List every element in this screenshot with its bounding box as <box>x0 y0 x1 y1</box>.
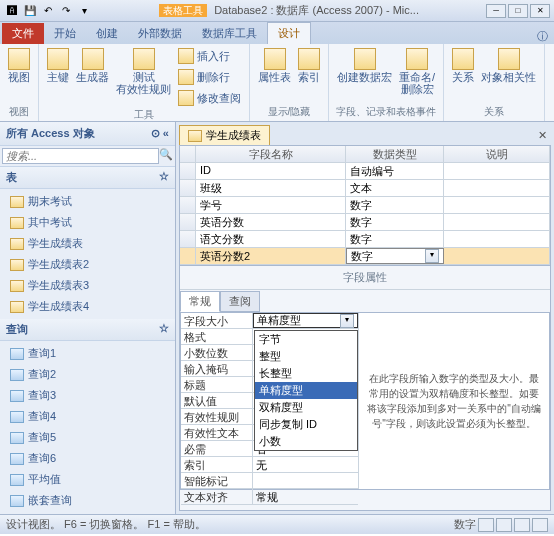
property-value[interactable] <box>253 473 358 488</box>
data-type-cell[interactable]: 数字 <box>346 231 444 247</box>
field-name-cell[interactable]: 班级 <box>196 180 346 196</box>
row-selector[interactable] <box>180 197 196 213</box>
view-btn-2[interactable] <box>496 518 512 532</box>
search-icon[interactable]: 🔍 <box>159 148 173 164</box>
grid-row[interactable]: 班级文本 <box>180 180 550 197</box>
qat-more-icon[interactable]: ▾ <box>76 3 92 19</box>
nav-header[interactable]: 所有 Access 对象⊙ « <box>0 122 175 146</box>
section-tables[interactable]: 表☆ <box>0 167 175 189</box>
nav-query-item[interactable]: 查询5 <box>0 427 175 448</box>
dropdown-option[interactable]: 双精度型 <box>255 399 357 416</box>
nav-query-item[interactable]: 嵌套查询 <box>0 490 175 511</box>
data-type-cell[interactable]: 自动编号 <box>346 163 444 179</box>
close-document-button[interactable]: ✕ <box>538 129 547 142</box>
dropdown-option[interactable]: 单精度型 <box>255 382 357 399</box>
row-selector[interactable] <box>180 231 196 247</box>
col-datatype[interactable]: 数据类型 <box>346 146 444 162</box>
row-selector[interactable] <box>180 214 196 230</box>
data-type-cell[interactable]: 数字▾ <box>346 248 444 264</box>
field-name-cell[interactable]: 英语分数 <box>196 214 346 230</box>
create-macro-button[interactable]: 创建数据宏 <box>335 46 394 85</box>
relationships-button[interactable]: 关系 <box>450 46 476 85</box>
nav-query-item[interactable]: 查询1 <box>0 343 175 364</box>
primary-key-button[interactable]: 主键 <box>45 46 71 85</box>
field-name-cell[interactable]: ID <box>196 163 346 179</box>
nav-query-item[interactable]: 查询3 <box>0 385 175 406</box>
data-type-cell[interactable]: 数字 <box>346 214 444 230</box>
dropdown-option[interactable]: 小数 <box>255 433 357 450</box>
help-icon[interactable]: ⓘ <box>537 29 548 44</box>
tab-lookup[interactable]: 查阅 <box>220 291 260 312</box>
maximize-button[interactable]: □ <box>508 4 528 18</box>
tab-general[interactable]: 常规 <box>180 291 220 312</box>
row-selector[interactable] <box>180 163 196 179</box>
nav-query-item[interactable]: 查询4 <box>0 406 175 427</box>
dropdown-button[interactable]: ▾ <box>340 314 354 328</box>
property-row[interactable]: 字段大小单精度型▾字节整型长整型单精度型双精度型同步复制 ID小数 <box>181 313 358 329</box>
description-cell[interactable] <box>444 214 550 230</box>
col-fieldname[interactable]: 字段名称 <box>196 146 346 162</box>
field-name-cell[interactable]: 学号 <box>196 197 346 213</box>
modify-lookup-button[interactable]: 修改查阅 <box>176 88 243 108</box>
description-cell[interactable] <box>444 163 550 179</box>
builder-button[interactable]: 生成器 <box>74 46 111 85</box>
dropdown-button[interactable]: ▾ <box>425 249 439 263</box>
row-selector[interactable] <box>180 180 196 196</box>
insert-row-button[interactable]: 插入行 <box>176 46 243 66</box>
grid-row[interactable]: 英语分数2数字▾ <box>180 248 550 265</box>
property-row[interactable]: 智能标记 <box>181 473 358 489</box>
nav-table-item[interactable]: 学生成绩表3 <box>0 275 175 296</box>
row-selector[interactable] <box>180 248 196 264</box>
chevron-down-icon[interactable]: ⊙ « <box>151 127 169 140</box>
view-btn-3[interactable] <box>514 518 530 532</box>
dropdown-option[interactable]: 整型 <box>255 348 357 365</box>
tab-home[interactable]: 开始 <box>44 23 86 44</box>
tab-design[interactable]: 设计 <box>267 22 311 44</box>
nav-query-item[interactable]: 查询2 <box>0 364 175 385</box>
redo-icon[interactable]: ↷ <box>58 3 74 19</box>
field-name-cell[interactable]: 语文分数 <box>196 231 346 247</box>
view-btn-1[interactable] <box>478 518 494 532</box>
delete-row-button[interactable]: 删除行 <box>176 67 243 87</box>
property-value[interactable]: 无 <box>253 457 358 472</box>
tab-create[interactable]: 创建 <box>86 23 128 44</box>
dropdown-option[interactable]: 同步复制 ID <box>255 416 357 433</box>
close-button[interactable]: ✕ <box>530 4 550 18</box>
grid-row[interactable]: 英语分数数字 <box>180 214 550 231</box>
nav-table-item[interactable]: 期末考试 <box>0 191 175 212</box>
nav-table-item[interactable]: 其中考试 <box>0 212 175 233</box>
tab-file[interactable]: 文件 <box>2 23 44 44</box>
nav-query-item[interactable]: 平均值 <box>0 469 175 490</box>
undo-icon[interactable]: ↶ <box>40 3 56 19</box>
property-row[interactable]: 索引无 <box>181 457 358 473</box>
description-cell[interactable] <box>444 197 550 213</box>
nav-table-item[interactable]: 学生成绩表 <box>0 233 175 254</box>
grid-row[interactable]: 语文分数数字 <box>180 231 550 248</box>
view-button[interactable]: 视图 <box>6 46 32 85</box>
dropdown-option[interactable]: 字节 <box>255 331 357 348</box>
field-name-cell[interactable]: 英语分数2 <box>196 248 346 264</box>
property-sheet-button[interactable]: 属性表 <box>256 46 293 85</box>
indexes-button[interactable]: 索引 <box>296 46 322 85</box>
document-tab[interactable]: 学生成绩表 <box>179 125 270 145</box>
property-value[interactable]: 单精度型▾字节整型长整型单精度型双精度型同步复制 ID小数 <box>253 313 358 328</box>
grid-row[interactable]: 学号数字 <box>180 197 550 214</box>
minimize-button[interactable]: ─ <box>486 4 506 18</box>
description-cell[interactable] <box>444 248 550 264</box>
nav-table-item[interactable]: 学生成绩表2 <box>0 254 175 275</box>
grid-row[interactable]: ID自动编号 <box>180 163 550 180</box>
tab-external[interactable]: 外部数据 <box>128 23 192 44</box>
dropdown-option[interactable]: 长整型 <box>255 365 357 382</box>
description-cell[interactable] <box>444 180 550 196</box>
property-row[interactable]: 文本对齐常规 <box>181 489 358 505</box>
save-icon[interactable]: 💾 <box>22 3 38 19</box>
property-value[interactable]: 常规 <box>253 489 358 504</box>
data-type-cell[interactable]: 数字 <box>346 197 444 213</box>
search-input[interactable] <box>2 148 159 164</box>
object-deps-button[interactable]: 对象相关性 <box>479 46 538 85</box>
description-cell[interactable] <box>444 231 550 247</box>
nav-query-item[interactable]: 查询6 <box>0 448 175 469</box>
test-rules-button[interactable]: 测试 有效性规则 <box>114 46 173 97</box>
section-queries[interactable]: 查询☆ <box>0 319 175 341</box>
tab-dbtools[interactable]: 数据库工具 <box>192 23 267 44</box>
